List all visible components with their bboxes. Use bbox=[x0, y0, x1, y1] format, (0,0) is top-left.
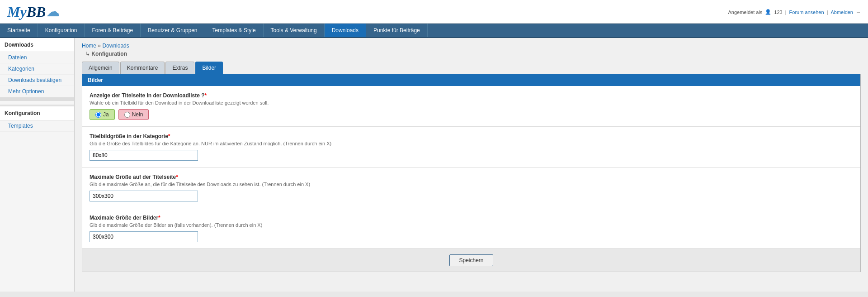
form-row-titelseite-anzeige: Anzeige der Titelseite in der Downloadli… bbox=[82, 86, 860, 127]
sidebar-item-kategorien[interactable]: Kategorien bbox=[0, 63, 74, 75]
logged-in-label: Angemeldet als bbox=[728, 10, 763, 15]
sidebar-item-mehr-optionen[interactable]: Mehr Optionen bbox=[0, 86, 74, 97]
radio-group-1: Ja Nein bbox=[90, 109, 853, 120]
required-marker-2: * bbox=[168, 133, 170, 139]
nav-startseite[interactable]: Startseite bbox=[0, 24, 38, 37]
required-marker-4: * bbox=[158, 215, 160, 221]
logo-my: My bbox=[7, 4, 27, 20]
form-row-max-titelseite: Maximale Größe auf der Titelseite* Gib d… bbox=[82, 168, 860, 208]
section-box: Bilder Anzeige der Titelseite in der Dow… bbox=[82, 74, 861, 249]
navbar: Startseite Konfiguration Foren & Beiträg… bbox=[0, 24, 868, 38]
sidebar-item-dateien[interactable]: Dateien bbox=[0, 52, 74, 63]
footer-bar: Speichern bbox=[82, 249, 861, 272]
nav-templates[interactable]: Templates & Style bbox=[205, 24, 264, 37]
header: MyBB☁ Angemeldet als 👤 123 | Forum anseh… bbox=[0, 0, 868, 24]
field-desc-3: Gib die maximale Größe an, die für die T… bbox=[90, 182, 853, 187]
field-desc-2: Gib die Größe des Titelbildes für die Ka… bbox=[90, 141, 853, 146]
logo-bb: BB bbox=[27, 4, 46, 20]
sidebar-item-downloads-bestaetigen[interactable]: Downloads bestätigen bbox=[0, 75, 74, 86]
radio-ja[interactable]: Ja bbox=[90, 109, 115, 120]
user-icon: 👤 bbox=[765, 9, 771, 15]
tab-bilder[interactable]: Bilder bbox=[195, 62, 223, 74]
username: 123 bbox=[774, 10, 782, 15]
radio-input-ja[interactable] bbox=[95, 112, 101, 118]
logout-icon: → bbox=[856, 10, 861, 15]
nav-foren[interactable]: Foren & Beiträge bbox=[85, 24, 141, 37]
breadcrumb-separator: » bbox=[98, 43, 102, 49]
header-right: Angemeldet als 👤 123 | Forum ansehen | A… bbox=[728, 9, 861, 15]
logo-cloud: ☁ bbox=[47, 5, 59, 19]
field-label-3: Maximale Größe auf der Titelseite* bbox=[90, 174, 853, 180]
field-label-2: Titelbildgröße in der Kategorie* bbox=[90, 133, 853, 139]
content: Home » Downloads ↳ Konfiguration Allgeme… bbox=[75, 38, 868, 292]
required-marker-1: * bbox=[205, 92, 207, 99]
separator: | bbox=[785, 10, 787, 15]
radio-nein[interactable]: Nein bbox=[118, 109, 149, 120]
field-desc-4: Gib die maximale Größe der Bilder an (fa… bbox=[90, 222, 853, 228]
input-max-titelseite[interactable] bbox=[90, 191, 198, 201]
tab-extras[interactable]: Extras bbox=[165, 62, 194, 74]
form-row-titelbildgroesse: Titelbildgröße in der Kategorie* Gib die… bbox=[82, 127, 860, 168]
sidebar-item-templates[interactable]: Templates bbox=[0, 120, 74, 132]
save-button[interactable]: Speichern bbox=[449, 254, 493, 266]
nav-punkte[interactable]: Punkte für Beiträge bbox=[366, 24, 428, 37]
required-marker-3: * bbox=[176, 174, 178, 180]
sidebar: Downloads Dateien Kategorien Downloads b… bbox=[0, 38, 75, 292]
breadcrumb-sub-prefix: ↳ bbox=[85, 51, 90, 57]
field-desc-1: Wähle ob ein Titelbild für den Download … bbox=[90, 100, 853, 105]
sidebar-divider bbox=[0, 97, 74, 101]
tab-allgemein[interactable]: Allgemein bbox=[82, 62, 119, 74]
input-titelbildgroesse[interactable] bbox=[90, 150, 198, 161]
breadcrumb: Home » Downloads bbox=[82, 43, 861, 49]
form-row-max-bilder: Maximale Größe der Bilder* Gib die maxim… bbox=[82, 208, 860, 249]
separator2: | bbox=[827, 10, 828, 15]
nav-downloads[interactable]: Downloads bbox=[325, 24, 366, 37]
tabs: Allgemein Kommentare Extras Bilder bbox=[82, 62, 861, 74]
main-layout: Downloads Dateien Kategorien Downloads b… bbox=[0, 38, 868, 292]
nav-benutzer[interactable]: Benutzer & Gruppen bbox=[141, 24, 205, 37]
breadcrumb-sub: ↳ Konfiguration bbox=[82, 51, 861, 57]
logout-link[interactable]: Abmelden bbox=[830, 10, 853, 15]
forum-link[interactable]: Forum ansehen bbox=[789, 10, 824, 15]
field-label-1: Anzeige der Titelseite in der Downloadli… bbox=[90, 92, 853, 99]
field-label-4: Maximale Größe der Bilder* bbox=[90, 215, 853, 221]
sidebar-section-downloads: Downloads bbox=[0, 38, 74, 52]
tab-kommentare[interactable]: Kommentare bbox=[120, 62, 165, 74]
logo: MyBB☁ bbox=[7, 4, 59, 20]
breadcrumb-downloads[interactable]: Downloads bbox=[102, 43, 129, 49]
breadcrumb-home[interactable]: Home bbox=[82, 43, 96, 49]
sidebar-section-konfiguration: Konfiguration bbox=[0, 105, 74, 120]
nav-konfiguration[interactable]: Konfiguration bbox=[38, 24, 85, 37]
nav-tools[interactable]: Tools & Verwaltung bbox=[264, 24, 325, 37]
radio-input-nein[interactable] bbox=[124, 112, 130, 118]
breadcrumb-sub-label: Konfiguration bbox=[91, 51, 127, 57]
section-header: Bilder bbox=[82, 74, 860, 86]
input-max-bilder[interactable] bbox=[90, 231, 198, 242]
